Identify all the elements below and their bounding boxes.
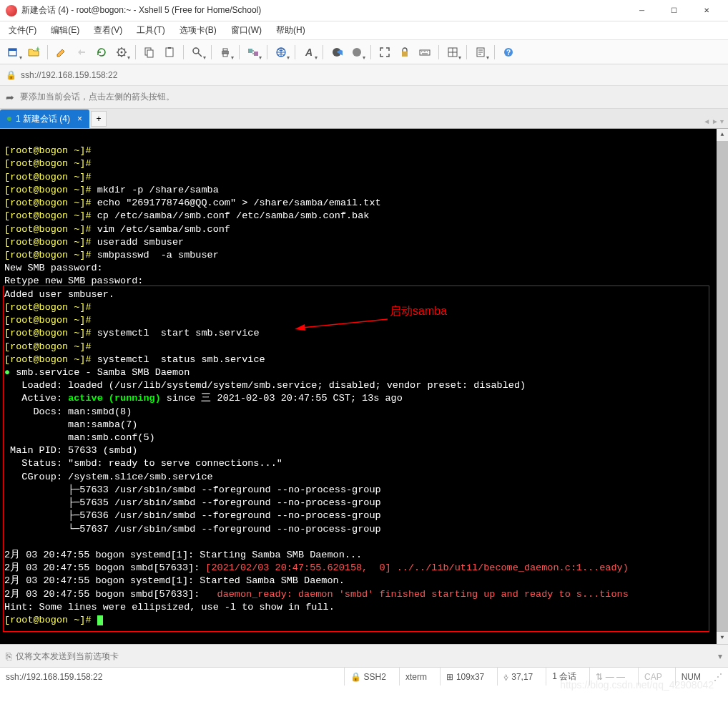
new-folder-button[interactable]: + — [24, 43, 43, 62]
tipbar: ➦ 要添加当前会话，点击左侧的箭头按钮。 — [0, 86, 728, 109]
toolbar: + A ? — [0, 40, 728, 64]
paste-button[interactable] — [160, 43, 179, 62]
web-button[interactable] — [272, 43, 290, 62]
address-url[interactable]: ssh://192.168.159.158:22 — [21, 70, 722, 80]
arrow-icon[interactable]: ➦ — [6, 92, 14, 103]
menu-tools[interactable]: 工具(T) — [134, 23, 167, 38]
help-button[interactable]: ? — [499, 43, 518, 62]
minimize-button[interactable]: ─ — [626, 1, 658, 21]
tab-nav: ◄ ► ▾ — [703, 117, 724, 125]
window-title: 新建会话 (4) - root@bogon:~ - Xshell 5 (Free… — [21, 4, 626, 16]
fullscreen-button[interactable] — [375, 43, 394, 62]
menu-tabs[interactable]: 选项卡(B) — [177, 23, 220, 38]
transfer-button[interactable] — [244, 43, 262, 62]
svg-rect-18 — [402, 52, 408, 57]
tab-next-icon[interactable]: ► — [712, 117, 719, 125]
menu-window[interactable]: 窗口(W) — [228, 23, 265, 38]
resize-grip-icon[interactable]: ⋰ — [714, 672, 722, 682]
grid-icon: ⊞ — [446, 672, 453, 682]
status-conn: ssh://192.168.159.158:22 — [6, 672, 337, 682]
script-button[interactable] — [471, 43, 490, 62]
add-tab-button[interactable]: + — [91, 111, 107, 127]
svg-text:+: + — [36, 47, 39, 53]
svg-rect-14 — [254, 52, 258, 56]
properties-button[interactable] — [112, 43, 131, 62]
annotation-label: 启动samba — [390, 303, 447, 319]
statusbar: ssh://192.168.159.158:22 🔒SSH2 xterm ⊞10… — [0, 667, 728, 686]
status-ssh: 🔒SSH2 — [344, 668, 392, 686]
inputbar: ⎘ ▾ — [0, 644, 728, 667]
terminal[interactable]: [root@bogon ~]# [root@bogon ~]# [root@bo… — [0, 129, 728, 644]
svg-point-4 — [121, 51, 123, 53]
command-input[interactable] — [16, 651, 714, 661]
svg-line-24 — [302, 319, 388, 328]
svg-point-17 — [353, 48, 361, 57]
tabbar: 1 新建会话 (4) × + ◄ ► ▾ — [0, 109, 728, 129]
svg-rect-12 — [223, 54, 227, 57]
color1-button[interactable] — [328, 43, 346, 62]
svg-marker-25 — [295, 324, 305, 331]
input-dropdown-icon[interactable]: ▾ — [718, 651, 722, 661]
color2-button[interactable] — [348, 43, 366, 62]
font-button[interactable]: A — [300, 43, 318, 62]
keyboard-button[interactable] — [415, 43, 434, 62]
menu-view[interactable]: 查看(V) — [91, 23, 125, 38]
titlebar: 新建会话 (4) - root@bogon:~ - Xshell 5 (Free… — [0, 0, 728, 21]
lock-small-icon: 🔒 — [350, 672, 361, 682]
status-dot-icon — [7, 117, 11, 121]
status-sessions: 1 会话 — [546, 668, 582, 686]
status-cursor: ⎀37,17 — [497, 668, 538, 686]
find-button[interactable] — [188, 43, 207, 62]
status-updown: ⇅ — — — [589, 668, 631, 686]
print-button[interactable] — [216, 43, 235, 62]
cursor-pos-icon: ⎀ — [503, 672, 508, 682]
svg-point-9 — [193, 48, 199, 54]
edit-button[interactable] — [52, 43, 71, 62]
svg-rect-8 — [168, 47, 171, 49]
svg-rect-6 — [147, 50, 153, 57]
status-term: xterm — [399, 668, 433, 686]
addressbar: 🔒 ssh://192.168.159.158:22 — [0, 64, 728, 86]
layout-button[interactable] — [443, 43, 462, 62]
status-num: NUM — [675, 668, 707, 686]
app-icon — [6, 5, 17, 16]
tab-menu-icon[interactable]: ▾ — [720, 117, 724, 125]
svg-rect-1 — [9, 49, 16, 51]
scroll-down-button[interactable]: ▼ — [717, 632, 728, 644]
maximize-button[interactable]: ☐ — [658, 1, 690, 21]
menubar: 文件(F) 编辑(E) 查看(V) 工具(T) 选项卡(B) 窗口(W) 帮助(… — [0, 21, 728, 40]
svg-text:?: ? — [506, 49, 511, 57]
status-size: ⊞109x37 — [440, 668, 490, 686]
svg-rect-11 — [223, 49, 227, 51]
reconnect-button[interactable] — [92, 43, 111, 62]
menu-edit[interactable]: 编辑(E) — [48, 23, 82, 38]
tip-text: 要添加当前会话，点击左侧的箭头按钮。 — [20, 91, 174, 103]
menu-help[interactable]: 帮助(H) — [273, 23, 308, 38]
lock-button[interactable] — [395, 43, 414, 62]
new-session-button[interactable] — [4, 43, 23, 62]
copy-button[interactable] — [140, 43, 159, 62]
scroll-up-button[interactable]: ▲ — [717, 129, 728, 141]
send-icon[interactable]: ⎘ — [6, 650, 11, 662]
svg-rect-7 — [166, 48, 173, 57]
lock-icon: 🔒 — [6, 70, 16, 80]
svg-rect-19 — [420, 50, 430, 55]
tab-prev-icon[interactable]: ◄ — [703, 117, 710, 125]
close-button[interactable]: ✕ — [690, 1, 722, 21]
session-tab[interactable]: 1 新建会话 (4) × — [0, 109, 89, 128]
cursor-icon — [97, 615, 103, 625]
status-cap: CAP — [638, 668, 668, 686]
menu-file[interactable]: 文件(F) — [6, 23, 39, 38]
scrollbar-thumb[interactable] — [717, 141, 728, 632]
tab-label: 1 新建会话 (4) — [16, 113, 70, 125]
close-tab-icon[interactable]: × — [77, 114, 82, 124]
disconnect-button[interactable] — [72, 43, 91, 62]
svg-rect-13 — [248, 49, 252, 53]
arrow-icon — [295, 318, 388, 332]
